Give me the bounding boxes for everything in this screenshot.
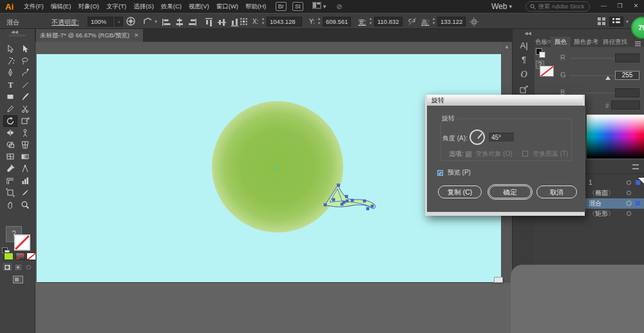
draw-behind-icon[interactable] bbox=[14, 263, 23, 271]
tool-paintbrush[interactable] bbox=[18, 91, 32, 102]
tab-color[interactable]: 颜色 bbox=[551, 37, 571, 47]
workspace-chevron-icon[interactable]: ▾ bbox=[323, 3, 327, 10]
height-stepper[interactable]: ▲▼ bbox=[431, 17, 436, 26]
tool-lasso[interactable] bbox=[18, 55, 32, 67]
transform-panel-icon[interactable] bbox=[513, 86, 535, 95]
menu-help[interactable]: 帮助(H) bbox=[242, 3, 270, 11]
menu-window[interactable]: 窗口(W) bbox=[213, 3, 242, 11]
opacity-input[interactable]: 100% bbox=[88, 17, 113, 26]
recolor-artwork-icon[interactable] bbox=[126, 17, 135, 28]
preview-checkbox[interactable]: ✓ bbox=[437, 170, 443, 176]
r-slider[interactable] bbox=[570, 58, 618, 59]
align-top-button[interactable] bbox=[205, 18, 213, 26]
tab-swatches[interactable]: 色板 bbox=[535, 37, 547, 47]
width-input[interactable]: 110.832 bbox=[374, 17, 402, 26]
tool-artboard[interactable] bbox=[3, 187, 17, 198]
b-value-input[interactable] bbox=[615, 88, 639, 97]
angle-input[interactable]: 45° bbox=[489, 133, 514, 142]
opacity-dropdown-icon[interactable]: › bbox=[115, 17, 123, 26]
align-left-button[interactable] bbox=[162, 18, 171, 26]
tool-curvature[interactable] bbox=[18, 67, 32, 79]
collapse-panel-icon[interactable]: ◀◀ bbox=[11, 30, 18, 35]
workspace-switcher-icon[interactable] bbox=[312, 2, 321, 11]
transform-icon[interactable] bbox=[469, 17, 478, 28]
b-slider[interactable] bbox=[570, 93, 618, 93]
tool-magic-wand[interactable] bbox=[3, 55, 17, 67]
panel-grip[interactable] bbox=[9, 35, 26, 37]
layer-target-icon[interactable] bbox=[627, 180, 631, 185]
tool-pen[interactable] bbox=[3, 67, 17, 79]
angle-dial[interactable] bbox=[469, 129, 485, 145]
align-right-button[interactable] bbox=[188, 18, 196, 26]
menu-edit[interactable]: 编辑(E) bbox=[47, 3, 75, 11]
transform-objects-checkbox[interactable]: ✓ bbox=[466, 151, 471, 157]
workspace-dropdown[interactable]: Web▾ bbox=[491, 0, 512, 13]
layer-target-icon[interactable] bbox=[627, 201, 631, 205]
y-input[interactable]: 609.561 bbox=[323, 17, 351, 26]
link-dimensions-icon[interactable] bbox=[408, 18, 417, 27]
tool-hand[interactable] bbox=[3, 199, 17, 211]
close-button[interactable]: ✕ bbox=[628, 0, 644, 13]
character-panel-icon[interactable]: A| bbox=[513, 41, 535, 50]
menu-object[interactable]: 对象(O) bbox=[75, 3, 103, 11]
menu-effect[interactable]: 效果(C) bbox=[157, 3, 185, 11]
menu-type[interactable]: 文字(T) bbox=[103, 3, 130, 11]
color-mode-fill-swatch[interactable] bbox=[4, 252, 14, 260]
ok-button[interactable]: 确定 bbox=[489, 186, 531, 198]
tool-graph[interactable] bbox=[18, 175, 32, 187]
height-label[interactable]: 高: bbox=[421, 18, 430, 27]
artboard-resize-tag[interactable] bbox=[494, 277, 503, 283]
style-icon[interactable] bbox=[143, 17, 153, 28]
style-chevron-icon[interactable]: ▾ bbox=[155, 19, 157, 24]
hex-input[interactable] bbox=[611, 100, 640, 109]
minimize-button[interactable]: — bbox=[596, 0, 612, 13]
layer-selection-indicator[interactable] bbox=[636, 201, 640, 205]
dock-grid-icon[interactable] bbox=[598, 17, 605, 27]
tool-eyedropper[interactable] bbox=[3, 163, 17, 175]
tool-scissors[interactable] bbox=[18, 103, 32, 115]
tool-rotate[interactable] bbox=[3, 115, 17, 127]
transform-patterns-checkbox[interactable] bbox=[522, 151, 528, 157]
tab-color-guide[interactable]: 颜色参考 bbox=[574, 37, 598, 47]
opacity-label[interactable]: 不透明度: bbox=[52, 18, 79, 27]
tool-gradient[interactable] bbox=[18, 151, 32, 162]
search-input[interactable]: 搜索 Adobe Stock bbox=[526, 1, 590, 12]
tab-pathfinder[interactable]: 路径查找 bbox=[603, 37, 627, 47]
tool-width[interactable] bbox=[3, 127, 17, 138]
stock-button[interactable]: St bbox=[292, 2, 303, 11]
x-input[interactable]: 1043.128 bbox=[267, 17, 302, 26]
align-center-h-button[interactable] bbox=[175, 18, 184, 26]
g-slider[interactable] bbox=[570, 75, 618, 76]
bridge-button[interactable]: Br bbox=[276, 2, 287, 11]
screen-mode-icon[interactable] bbox=[13, 276, 23, 283]
menu-select[interactable]: 选择(S) bbox=[130, 3, 158, 11]
menu-view[interactable]: 视图(V) bbox=[185, 3, 213, 11]
tool-shaper[interactable] bbox=[3, 103, 17, 115]
color-mode-gradient-swatch[interactable] bbox=[15, 252, 25, 260]
tool-mesh[interactable] bbox=[3, 151, 17, 162]
menu-file[interactable]: 文件(F) bbox=[20, 3, 47, 11]
expand-dock-icon[interactable]: ◀◀ bbox=[524, 31, 531, 36]
scroll-up-icon[interactable]: ▲ bbox=[504, 44, 509, 50]
g-value-input[interactable]: 255 bbox=[615, 71, 639, 80]
r-value-input[interactable] bbox=[615, 53, 639, 62]
tool-knife[interactable] bbox=[18, 187, 32, 198]
color-mode-none-swatch[interactable] bbox=[26, 252, 36, 260]
tab-close-icon[interactable]: ✕ bbox=[134, 32, 139, 39]
stroke-color-swatch[interactable] bbox=[14, 234, 30, 251]
reference-point-grid-icon[interactable] bbox=[240, 17, 248, 28]
g-slider-handle[interactable] bbox=[605, 76, 611, 80]
tool-free-transform[interactable] bbox=[18, 115, 32, 127]
tool-direct-selection[interactable] bbox=[18, 43, 32, 55]
selected-path-object[interactable] bbox=[323, 182, 381, 218]
copy-button[interactable]: 复制 (C) bbox=[438, 186, 482, 198]
proxy-swatches-icon[interactable] bbox=[536, 48, 542, 55]
panel-options-chevron-icon[interactable]: ▾ bbox=[626, 19, 629, 24]
color-spectrum[interactable] bbox=[587, 115, 644, 158]
share-icon[interactable]: ⊘ bbox=[336, 3, 342, 11]
y-stepper[interactable]: ▲▼ bbox=[317, 17, 321, 26]
layer-target-icon[interactable] bbox=[627, 191, 631, 195]
tool-zoom[interactable] bbox=[18, 199, 32, 211]
document-tab[interactable]: 未标题-7* @ 66.67% (RGB/预览)✕ bbox=[36, 29, 143, 42]
tool-type[interactable]: T bbox=[3, 79, 17, 91]
